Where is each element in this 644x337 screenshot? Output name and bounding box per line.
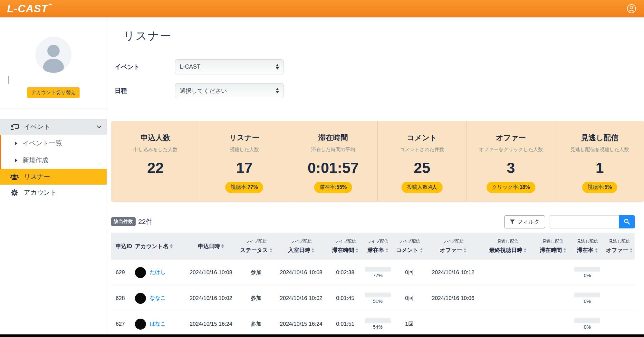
stat-badge: 視聴率:5% [582, 182, 618, 193]
progress-label: 0% [584, 324, 591, 330]
progress-bar [574, 293, 600, 297]
select-stepper-icon [276, 64, 279, 70]
stat-title: 申込人数 [140, 133, 170, 143]
table-row: 628 ななこ2024/10/16 10:02参加2024/10/16 10:0… [111, 285, 635, 311]
stat-subtitle: 視聴した人数 [230, 147, 259, 153]
column-header-5[interactable]: ライブ配信入室日時 [274, 233, 328, 260]
stats-band: 申込人数 申し込みをした人数 22リスナー 視聴した人数 17視聴率:77%滞在… [111, 121, 644, 202]
sidebar-item-listener-label: リスナー [24, 172, 50, 181]
progress-bar [574, 267, 600, 272]
funnel-icon [510, 219, 515, 224]
stat-title: オファー [496, 133, 526, 143]
table-row: 627 はなこ2024/10/15 16:24参加2024/10/15 16:2… [111, 311, 635, 337]
sort-icon [356, 248, 358, 253]
column-header-11[interactable]: 見逃し配信滞在時間 [535, 233, 571, 260]
column-label: 滞在率 [368, 246, 384, 254]
stat-title: コメント [407, 133, 437, 143]
bottom-bar [0, 334, 644, 337]
column-header-12[interactable]: 見逃し配信滞在率 [571, 233, 604, 260]
column-group-label: ライブ配信 [245, 238, 267, 244]
cell-apply_at: 2024/10/16 10:08 [184, 260, 238, 285]
sidebar: アカウント切り替え イベント イベント一覧 [0, 17, 107, 334]
stat-card-5: オファー オファーをクリックした人数 3クリック率:18% [466, 121, 555, 202]
column-header-2[interactable]: アカウント名 [135, 233, 184, 260]
sidebar-item-account-label: アカウント [24, 188, 57, 197]
stat-card-4: コメント コメントされた件数 25投稿人数:4人 [378, 121, 466, 202]
column-label: 滞在時間 [332, 246, 354, 254]
count-badge: 該当件数 [111, 217, 136, 226]
table-header-row: 申込IDアカウント名申込日時ライブ配信ステータスライブ配信入室日時ライブ配信滞在… [111, 233, 635, 260]
cell-stay_time: 0:01:45 [328, 285, 362, 311]
column-header-8[interactable]: ライブ配信コメント [393, 233, 425, 260]
column-label: 最終視聴日時 [489, 246, 522, 254]
cell-apply_at: 2024/10/15 16:24 [184, 311, 238, 337]
stay-rate-cell: 0% [571, 285, 604, 311]
account-cell: はなこ [135, 311, 184, 337]
account-switch-button[interactable]: アカウント切り替え [27, 87, 80, 98]
column-group-label: 見逃し配信 [577, 238, 598, 244]
column-label: ステータス [240, 246, 268, 254]
stat-subtitle: 申し込みをした人数 [133, 147, 178, 153]
profile-icon[interactable] [627, 4, 637, 14]
search-input[interactable] [550, 215, 619, 228]
event-submenu: イベント一覧 新規作成 [0, 135, 107, 169]
column-header-9[interactable]: ライブ配信オファー [425, 233, 481, 260]
sidebar-item-event-list[interactable]: イベント一覧 [1, 135, 107, 152]
column-label: 申込日時 [198, 243, 220, 250]
account-name-link[interactable]: はなこ [150, 321, 166, 327]
column-header-4[interactable]: ライブ配信ステータス [238, 233, 274, 260]
select-stepper-icon [276, 88, 279, 93]
page-title: リスナー [123, 28, 172, 43]
column-group-label: 見逃し配信 [497, 238, 518, 244]
sort-icon [420, 248, 423, 253]
cell-enter_at: 2024/10/16 10:08 [274, 260, 328, 285]
cell-replay_last_view [481, 260, 535, 285]
stat-title: 見逃し配信 [581, 133, 619, 143]
row-avatar [135, 267, 146, 278]
table-row: 629 たけし2024/10/16 10:08参加2024/10/16 10:0… [111, 260, 635, 285]
sidebar-item-account[interactable]: アカウント [0, 185, 107, 200]
column-header-13[interactable]: 見逃し配信オファー [604, 233, 635, 260]
progress-bar [365, 267, 391, 272]
column-header-3[interactable]: 申込日時 [184, 233, 238, 260]
app-window: L-CAST アカウン [0, 0, 644, 337]
event-select[interactable]: L-CAST [175, 59, 284, 74]
stat-value: 22 [147, 159, 164, 177]
sidebar-item-event-list-label: イベント一覧 [23, 139, 62, 148]
stay-rate-cell: 51% [362, 285, 393, 311]
user-avatar [35, 37, 72, 73]
account-name-link[interactable]: ななこ [150, 295, 166, 302]
stat-subtitle: コメントされた件数 [400, 147, 444, 153]
column-header-1: 申込ID [111, 233, 135, 260]
sidebar-item-event-new[interactable]: 新規作成 [1, 152, 107, 169]
gear-icon [10, 189, 19, 196]
caret-right-icon [15, 159, 17, 162]
progress-bar [365, 318, 391, 323]
column-header-10[interactable]: 見逃し配信最終視聴日時 [481, 233, 535, 260]
cell-id: 629 [111, 260, 135, 285]
column-label: 滞在時間 [540, 246, 562, 254]
listener-table: 申込IDアカウント名申込日時ライブ配信ステータスライブ配信入室日時ライブ配信滞在… [111, 233, 635, 337]
sidebar-item-event[interactable]: イベント [0, 119, 107, 135]
lcast-logo: L-CAST [7, 3, 56, 15]
search-button[interactable] [619, 215, 635, 228]
cell-id: 628 [111, 285, 135, 311]
column-header-7[interactable]: ライブ配信滞在率 [362, 233, 393, 260]
search-icon [624, 218, 630, 225]
sort-icon [312, 248, 314, 253]
cell-offer: 2024/10/16 10:06 [425, 285, 481, 311]
caret-right-icon [15, 141, 17, 145]
progress-label: 0% [584, 298, 591, 304]
stay-rate-cell: 77% [362, 260, 393, 285]
text-cursor-artifact [8, 76, 9, 84]
sort-icon [524, 248, 526, 253]
cell-status: 参加 [238, 285, 274, 311]
cell-replay_last_view [481, 285, 535, 311]
filter-button[interactable]: フィルタ [504, 215, 545, 228]
schedule-select[interactable]: 選択してください [175, 83, 284, 98]
sidebar-item-listener[interactable]: リスナー [0, 169, 107, 185]
cell-replay_stay_time [535, 260, 571, 285]
account-name-link[interactable]: たけし [150, 269, 166, 276]
column-header-6[interactable]: ライブ配信滞在時間 [328, 233, 362, 260]
progress-bar [574, 318, 600, 323]
